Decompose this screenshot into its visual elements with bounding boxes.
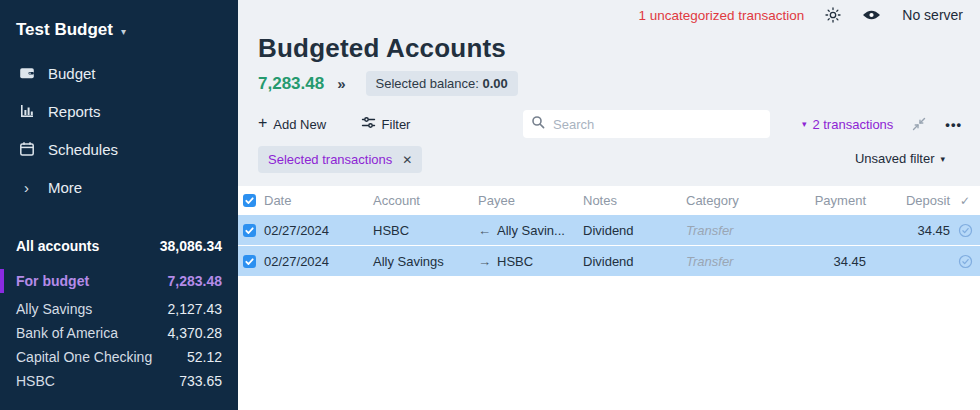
privacy-eye-icon[interactable] xyxy=(862,8,881,22)
sidebar-item-reports[interactable]: Reports xyxy=(0,92,238,130)
cell-notes[interactable]: Dividend xyxy=(583,223,686,238)
transfer-arrow-right-icon: → xyxy=(478,254,491,269)
cell-date[interactable]: 02/27/2024 xyxy=(264,254,373,269)
budget-file-name: Test Budget xyxy=(16,20,113,40)
account-name: Ally Savings xyxy=(16,301,92,317)
search-box xyxy=(523,110,770,138)
calendar-icon xyxy=(18,141,35,158)
account-balance: 733.65 xyxy=(179,373,222,389)
toolbar-right: ▾ 2 transactions ••• xyxy=(802,110,962,138)
cleared-status-icon[interactable] xyxy=(958,254,973,269)
sidebar-item-label: Schedules xyxy=(48,141,118,158)
select-all-checkbox[interactable] xyxy=(243,194,256,207)
page-title: Budgeted Accounts xyxy=(258,33,506,64)
cleared-check-icon: ✓ xyxy=(960,194,970,208)
row-checkbox[interactable] xyxy=(243,255,256,268)
transaction-row[interactable]: 02/27/2024 Ally Savings →HSBC Dividend T… xyxy=(238,246,980,276)
budget-file-menu[interactable]: Test Budget ▾ xyxy=(0,0,238,54)
cell-category[interactable]: Transfer xyxy=(686,223,790,238)
transactions-table: Date Account Payee Notes Category Paymen… xyxy=(238,186,980,410)
account-name: All accounts xyxy=(16,238,99,254)
column-header-account[interactable]: Account xyxy=(373,193,478,208)
balance-row: 7,283.48 » Selected balance: 0.00 xyxy=(258,71,518,96)
row-checkbox-cell xyxy=(238,255,264,268)
account-name: Capital One Checking xyxy=(16,349,152,365)
account-total-balance[interactable]: 7,283.48 xyxy=(258,74,324,94)
cell-account[interactable]: HSBC xyxy=(373,223,478,238)
select-all-checkbox-cell xyxy=(238,194,264,207)
account-balance: 7,283.48 xyxy=(168,273,223,289)
cell-date[interactable]: 02/27/2024 xyxy=(264,223,373,238)
chevron-right-icon: › xyxy=(18,179,35,196)
sidebar-item-label: Budget xyxy=(48,65,96,82)
row-checkbox-cell xyxy=(238,224,264,237)
column-header-deposit[interactable]: Deposit xyxy=(866,193,950,208)
top-status-bar: 1 uncategorized transaction No server xyxy=(638,7,963,23)
server-status-button[interactable]: No server xyxy=(902,7,963,23)
caret-down-icon: ▾ xyxy=(802,119,807,129)
filter-chip-row: Selected transactions ✕ Unsaved filter ▾ xyxy=(258,146,980,174)
add-new-button[interactable]: + Add New xyxy=(258,110,326,138)
transfer-arrow-left-icon: ← xyxy=(478,223,491,238)
row-checkbox[interactable] xyxy=(243,224,256,237)
table-header-row: Date Account Payee Notes Category Paymen… xyxy=(238,186,980,215)
theme-sun-icon[interactable] xyxy=(825,7,841,23)
more-menu-icon[interactable]: ••• xyxy=(945,117,962,132)
sliders-icon xyxy=(361,115,376,133)
main-panel: 1 uncategorized transaction No server Bu… xyxy=(238,0,980,410)
chevron-down-icon: ▾ xyxy=(121,24,126,37)
plus-icon: + xyxy=(258,115,267,133)
account-name: Bank of America xyxy=(16,325,118,341)
transactions-count-dropdown[interactable]: ▾ 2 transactions xyxy=(802,117,893,132)
cell-payee[interactable]: →HSBC xyxy=(478,254,583,269)
column-header-date[interactable]: Date xyxy=(264,193,373,208)
transaction-row[interactable]: 02/27/2024 HSBC ←Ally Savin... Dividend … xyxy=(238,215,980,245)
search-input[interactable] xyxy=(551,116,762,133)
column-header-notes[interactable]: Notes xyxy=(583,193,686,208)
selected-transactions-filter-chip[interactable]: Selected transactions ✕ xyxy=(258,146,422,173)
sidebar-item-ally-savings[interactable]: Ally Savings 2,127.43 xyxy=(0,297,238,321)
sidebar-nav: Budget Reports Schedules › More xyxy=(0,54,238,206)
cell-payment[interactable]: 34.45 xyxy=(790,254,866,269)
cell-notes[interactable]: Dividend xyxy=(583,254,686,269)
cell-deposit[interactable]: 34.45 xyxy=(866,223,950,238)
bar-chart-icon xyxy=(18,103,35,120)
cell-category[interactable]: Transfer xyxy=(686,254,790,269)
cleared-status-icon[interactable] xyxy=(958,223,973,238)
toolbar: + Add New Filter ▾ 2 transactions ••• xyxy=(258,110,962,138)
account-name: HSBC xyxy=(16,373,55,389)
sidebar-item-more[interactable]: › More xyxy=(0,168,238,206)
caret-down-icon: ▾ xyxy=(940,154,945,164)
wallet-icon xyxy=(18,65,35,82)
sidebar-item-capital-one-checking[interactable]: Capital One Checking 52.12 xyxy=(0,345,238,369)
account-balance: 2,127.43 xyxy=(168,301,223,317)
sidebar-item-budget[interactable]: Budget xyxy=(0,54,238,92)
sidebar-item-all-accounts[interactable]: All accounts 38,086.34 xyxy=(0,232,238,260)
sidebar: Test Budget ▾ Budget Reports Schedules › xyxy=(0,0,238,410)
column-header-payee[interactable]: Payee xyxy=(478,193,583,208)
sidebar-item-schedules[interactable]: Schedules xyxy=(0,130,238,168)
cell-account[interactable]: Ally Savings xyxy=(373,254,478,269)
selected-balance-chip: Selected balance: 0.00 xyxy=(366,71,518,96)
account-balance: 4,370.28 xyxy=(168,325,223,341)
expand-balance-icon[interactable]: » xyxy=(337,75,345,92)
sidebar-item-label: More xyxy=(48,179,82,196)
column-header-payment[interactable]: Payment xyxy=(790,193,866,208)
sidebar-item-for-budget[interactable]: For budget 7,283.48 xyxy=(0,268,238,294)
filter-button[interactable]: Filter xyxy=(361,110,411,138)
sidebar-accounts: All accounts 38,086.34 For budget 7,283.… xyxy=(0,232,238,393)
collapse-rows-icon[interactable] xyxy=(911,116,927,132)
unsaved-filter-dropdown[interactable]: Unsaved filter ▾ xyxy=(855,151,945,166)
account-name: For budget xyxy=(16,273,89,289)
column-header-category[interactable]: Category xyxy=(686,193,790,208)
account-balance: 52.12 xyxy=(187,349,222,365)
sidebar-item-bank-of-america[interactable]: Bank of America 4,370.28 xyxy=(0,321,238,345)
selected-balance-value: 0.00 xyxy=(483,76,508,91)
search-icon xyxy=(531,115,545,133)
sidebar-item-hsbc[interactable]: HSBC 733.65 xyxy=(0,369,238,393)
uncategorized-transactions-link[interactable]: 1 uncategorized transaction xyxy=(638,8,804,23)
account-balance: 38,086.34 xyxy=(160,238,222,254)
close-icon[interactable]: ✕ xyxy=(402,153,412,167)
sidebar-item-label: Reports xyxy=(48,103,101,120)
cell-payee[interactable]: ←Ally Savin... xyxy=(478,223,583,238)
